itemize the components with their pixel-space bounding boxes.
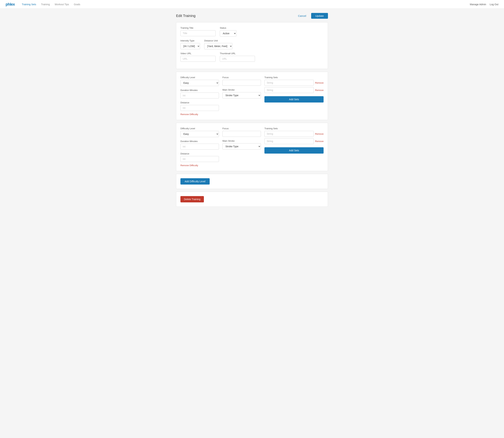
add-difficulty-card: Add Difficulty Level [176,174,328,189]
diff-right-1: Training Sets Remove Remove Add Sets [264,76,324,111]
remove-set-button-2-1[interactable]: Remove [315,140,324,142]
duration-minutes-input-1[interactable] [180,93,219,99]
nav-right: Manage Admin Log Out [470,3,498,6]
focus-group-1: Focus [223,76,261,86]
training-set-row-2-0: Remove [264,131,324,137]
status-label: Status [220,27,236,29]
duration-minutes-label-1: Duration Minutes [180,89,219,91]
main-stroke-group-1: Main Stroke Stroke Type Freestyle Backst… [223,88,261,99]
url-row: Video URL Thumbnail URL [180,52,324,62]
intensity-type-group: Intensity Type [HI / LOW] High Low Mediu… [180,39,200,49]
training-set-input-2-0[interactable] [264,131,314,137]
nav-links: Training Sets Training Workout Tips Goal… [22,3,470,6]
training-title-label: Training Title [180,27,216,29]
training-title-group: Training Title [180,27,216,37]
duration-minutes-group-2: Duration Minutes [180,140,219,150]
training-sets-label-2: Training Sets [264,127,324,130]
distance-input-2[interactable] [180,156,219,162]
difficulty-section-2: Difficulty Level Easy Medium Hard Durati… [176,123,328,171]
remove-set-button-1-1[interactable]: Remove [315,89,324,91]
difficulty-grid-1: Difficulty Level Easy Medium Hard Durati… [180,76,324,111]
status-select[interactable]: Active Inactive [220,30,236,37]
header-actions: Cancel Update [295,13,328,19]
diff-middle-1: Focus Main Stroke Stroke Type Freestyle … [223,76,261,111]
main-content: Edit Training Cancel Update Training Tit… [173,9,331,220]
training-sets-list-2: Remove Remove [264,131,324,144]
cancel-button[interactable]: Cancel [295,13,309,19]
duration-minutes-input-2[interactable] [180,144,219,150]
title-status-row: Training Title Status Active Inactive [180,27,324,37]
distance-unit-label: Distance Unit [204,39,232,42]
update-button[interactable]: Update [311,13,328,19]
distance-unit-select[interactable]: [Yard, Meter, Feet] Yard Meter Feet [204,43,232,49]
manage-admin-link[interactable]: Manage Admin [470,3,486,6]
nav-training[interactable]: Training [41,3,50,6]
status-group: Status Active Inactive [220,27,236,37]
add-sets-button-1[interactable]: Add Sets [264,96,324,102]
focus-label-2: Focus [223,127,261,130]
training-set-row-1-1: Remove [264,87,324,93]
distance-group-1: Distance [180,101,219,111]
training-set-row-1-0: Remove [264,80,324,86]
nav-training-sets[interactable]: Training Sets [22,3,36,6]
video-url-input[interactable] [180,56,216,62]
thumbnail-url-group: Thumbnail URL [220,52,255,62]
nav-workout-tips[interactable]: Workout Tips [55,3,69,6]
add-sets-button-2[interactable]: Add Sets [264,147,324,153]
distance-group-2: Distance [180,152,219,162]
main-stroke-label-2: Main Stroke [223,140,261,142]
training-set-row-2-1: Remove [264,138,324,144]
intensity-distance-row: Intensity Type [HI / LOW] High Low Mediu… [180,39,324,49]
remove-set-button-2-0[interactable]: Remove [315,132,324,135]
focus-input-1[interactable] [223,80,261,86]
video-url-label: Video URL [180,52,216,55]
distance-unit-group: Distance Unit [Yard, Meter, Feet] Yard M… [204,39,232,49]
thumbnail-url-input[interactable] [220,56,255,62]
training-sets-list-1: Remove Remove [264,80,324,93]
remove-difficulty-button-2[interactable]: Remove Difficulty [180,164,198,167]
training-set-input-1-0[interactable] [264,80,314,86]
diff-left-1: Difficulty Level Easy Medium Hard Durati… [180,76,219,111]
difficulty-level-group-1: Difficulty Level Easy Medium Hard [180,76,219,86]
diff-right-2: Training Sets Remove Remove Add Sets [264,127,324,162]
thumbnail-url-label: Thumbnail URL [220,52,255,55]
difficulty-grid-2: Difficulty Level Easy Medium Hard Durati… [180,127,324,162]
training-title-input[interactable] [180,30,216,36]
distance-label-2: Distance [180,152,219,155]
difficulty-level-select-1[interactable]: Easy Medium Hard [180,80,219,86]
difficulty-level-select-2[interactable]: Easy Medium Hard [180,131,219,137]
main-stroke-group-2: Main Stroke Stroke Type Freestyle Backst… [223,140,261,150]
training-set-input-1-1[interactable] [264,87,314,93]
training-info-card: Training Title Status Active Inactive In… [176,22,328,69]
training-sets-group-1: Training Sets Remove Remove Add Sets [264,76,324,102]
focus-label-1: Focus [223,76,261,79]
add-difficulty-button[interactable]: Add Difficulty Level [180,178,210,185]
difficulty-level-label-1: Difficulty Level [180,76,219,79]
duration-minutes-label-2: Duration Minutes [180,140,219,142]
remove-difficulty-button-1[interactable]: Remove Difficulty [180,113,198,116]
training-sets-group-2: Training Sets Remove Remove Add Sets [264,127,324,153]
distance-input-1[interactable] [180,105,219,111]
training-set-input-2-1[interactable] [264,138,314,144]
delete-training-card: Delete Training [176,192,328,207]
delete-training-button[interactable]: Delete Training [180,196,204,202]
training-sets-label-1: Training Sets [264,76,324,79]
log-out-link[interactable]: Log Out [490,3,498,6]
remove-set-button-1-0[interactable]: Remove [315,81,324,84]
main-stroke-select-2[interactable]: Stroke Type Freestyle Backstroke Breasts… [223,143,261,150]
navbar: phlex Training Sets Training Workout Tip… [0,0,504,9]
difficulty-level-group-2: Difficulty Level Easy Medium Hard [180,127,219,137]
distance-label-1: Distance [180,101,219,104]
nav-goals[interactable]: Goals [74,3,80,6]
focus-group-2: Focus [223,127,261,137]
diff-middle-2: Focus Main Stroke Stroke Type Freestyle … [223,127,261,162]
main-stroke-select-1[interactable]: Stroke Type Freestyle Backstroke Breasts… [223,92,261,99]
app-logo: phlex [6,2,15,7]
page-header: Edit Training Cancel Update [176,13,328,19]
video-url-group: Video URL [180,52,216,62]
difficulty-level-label-2: Difficulty Level [180,127,219,130]
duration-minutes-group-1: Duration Minutes [180,89,219,99]
difficulty-section-1: Difficulty Level Easy Medium Hard Durati… [176,72,328,120]
focus-input-2[interactable] [223,131,261,137]
intensity-type-select[interactable]: [HI / LOW] High Low Medium [180,43,200,49]
